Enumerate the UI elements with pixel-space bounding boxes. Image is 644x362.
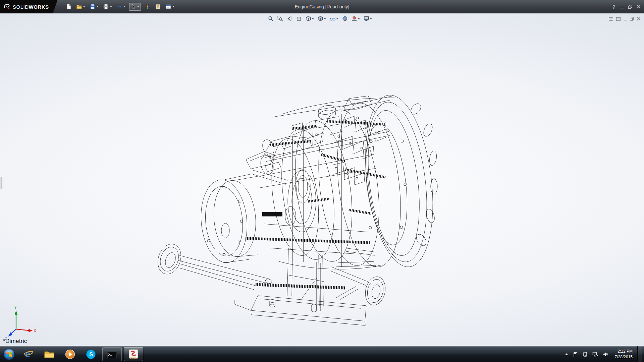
options-icon <box>165 4 171 10</box>
options-dropdown-caret[interactable] <box>172 6 174 7</box>
triad-y-label: Y <box>14 305 17 310</box>
start-button[interactable] <box>0 347 18 362</box>
view-orientation-caret[interactable] <box>312 18 314 19</box>
open-button[interactable] <box>75 3 86 10</box>
skype-icon: S <box>86 349 96 360</box>
zoom-to-area-icon <box>277 16 283 21</box>
print-icon <box>103 4 109 10</box>
pane-split-icon[interactable] <box>616 17 621 21</box>
doc-minimize-button[interactable] <box>624 16 627 22</box>
save-icon <box>90 4 96 10</box>
brand-text: SOLIDWORKS <box>13 4 49 10</box>
display-style-caret[interactable] <box>324 18 326 19</box>
apply-scene-button[interactable] <box>351 15 360 22</box>
ds-logo-icon <box>3 3 11 10</box>
view-settings-button[interactable] <box>363 15 372 22</box>
undo-dropdown-caret[interactable] <box>123 6 125 7</box>
document-window-controls <box>609 16 641 22</box>
file-properties-button[interactable] <box>154 3 162 10</box>
taskbar-command-prompt[interactable] <box>102 347 122 361</box>
open-dropdown-caret[interactable] <box>83 6 85 7</box>
doc-close-button[interactable] <box>637 17 641 21</box>
taskbar-windows-explorer[interactable] <box>39 347 60 362</box>
solidworks-app-icon: 2015 <box>128 349 139 359</box>
new-button[interactable] <box>65 3 72 10</box>
zoom-to-area-button[interactable] <box>277 15 283 22</box>
file-properties-icon <box>155 4 161 10</box>
solidworks-window: SOLIDWORKS <box>0 0 644 362</box>
view-orientation-button[interactable] <box>305 15 314 22</box>
help-button[interactable]: ? <box>612 4 615 10</box>
tray-clock[interactable]: 2:12 PM 7/28/2015 <box>615 349 633 359</box>
windows-taskbar: e S <box>0 346 644 362</box>
internet-explorer-icon: e <box>23 349 34 360</box>
section-view-button[interactable] <box>296 15 302 22</box>
print-dropdown-caret[interactable] <box>110 6 112 7</box>
print-button[interactable] <box>102 3 113 10</box>
heads-up-toolbar <box>268 15 372 22</box>
device-icon[interactable] <box>583 352 588 357</box>
titlebar-controls: ? <box>612 0 641 13</box>
tray-date: 7/28/2015 <box>615 354 633 360</box>
svg-text:S: S <box>89 351 93 358</box>
display-style-icon <box>318 16 323 21</box>
rebuild-button[interactable] <box>144 3 151 10</box>
main-toolbar <box>65 3 175 11</box>
network-icon[interactable] <box>592 352 598 357</box>
edit-appearance-icon <box>342 16 348 21</box>
triad-x-label: X <box>34 328 36 333</box>
zoom-to-fit-button[interactable] <box>268 15 274 22</box>
zoom-to-fit-icon <box>268 16 274 21</box>
undo-icon <box>116 4 122 10</box>
pane-layout-icon[interactable] <box>609 17 613 21</box>
folder-icon <box>44 350 55 359</box>
tray-expand-icon[interactable] <box>565 353 568 355</box>
taskbar-media-player[interactable] <box>60 347 80 362</box>
minimize-button[interactable] <box>620 4 624 10</box>
previous-view-button[interactable] <box>286 15 293 22</box>
options-button[interactable] <box>165 3 175 10</box>
system-tray: 2:12 PM 7/28/2015 <box>565 346 644 362</box>
new-file-icon <box>66 4 72 10</box>
restore-button[interactable] <box>628 5 632 9</box>
speaker-icon[interactable] <box>603 352 608 357</box>
document-title: EngineCasing [Read-only] <box>295 4 350 9</box>
view-orientation-label: *Dimetric <box>3 338 27 345</box>
show-desktop-button[interactable] <box>637 346 642 362</box>
tray-time: 2:12 PM <box>615 349 633 354</box>
display-style-button[interactable] <box>317 15 326 22</box>
save-dropdown-caret[interactable] <box>97 6 99 7</box>
apply-scene-caret[interactable] <box>358 18 360 19</box>
select-dropdown-caret[interactable] <box>137 6 139 7</box>
hide-show-items-icon <box>330 16 336 21</box>
rebuild-icon <box>145 4 151 10</box>
engine-casing-wireframe[interactable]: Y X Z <box>0 13 644 346</box>
apply-scene-icon <box>352 16 357 21</box>
close-button[interactable] <box>637 5 641 9</box>
graphics-viewport[interactable]: Y X Z *Dimetric <box>0 13 644 346</box>
edit-appearance-button[interactable] <box>342 15 348 22</box>
hide-show-items-button[interactable] <box>329 15 339 22</box>
svg-text:2015: 2015 <box>130 356 137 359</box>
windows-orb-icon <box>3 348 15 361</box>
section-view-icon <box>296 16 302 21</box>
view-settings-caret[interactable] <box>370 18 372 19</box>
previous-view-icon <box>287 16 292 21</box>
pane-splitter-handle[interactable] <box>0 177 2 189</box>
doc-restore-button[interactable] <box>630 17 634 21</box>
solidworks-logo: SOLIDWORKS <box>0 0 58 13</box>
action-center-flag-icon[interactable] <box>573 352 578 357</box>
media-player-icon <box>65 349 75 360</box>
taskbar-solidworks[interactable]: 2015 <box>124 347 143 361</box>
taskbar-internet-explorer[interactable]: e <box>18 347 39 362</box>
open-folder-icon <box>76 4 82 10</box>
select-tool-button[interactable] <box>129 3 141 11</box>
save-button[interactable] <box>89 3 99 10</box>
command-prompt-icon <box>107 350 117 358</box>
orientation-triad: Y X Z <box>5 305 36 341</box>
title-bar: SOLIDWORKS <box>0 0 644 13</box>
select-cursor-icon <box>131 4 136 9</box>
hide-show-caret[interactable] <box>336 18 338 19</box>
taskbar-skype[interactable]: S <box>80 347 101 362</box>
undo-button[interactable] <box>116 3 126 10</box>
